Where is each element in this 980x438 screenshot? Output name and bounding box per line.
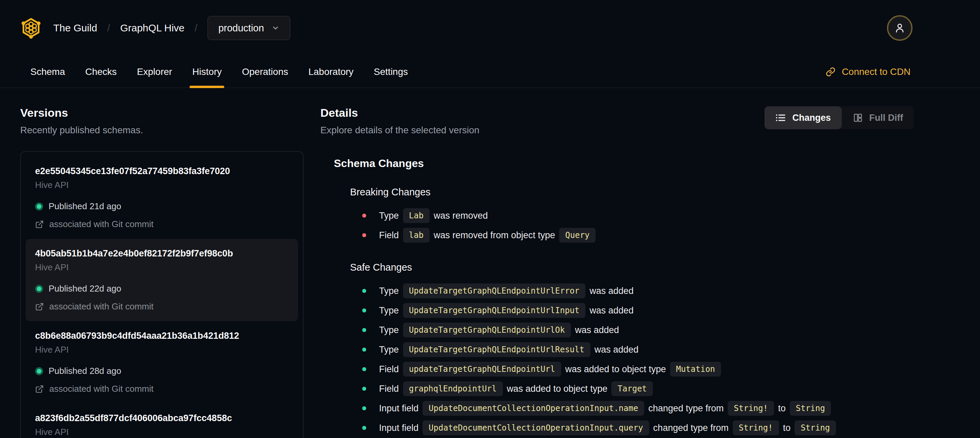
change-text-segment: was added xyxy=(595,344,639,355)
code-chip: Query xyxy=(559,228,595,243)
safe-changes-list: TypeUpdateTargetGraphQLEndpointUrlErrorw… xyxy=(362,281,914,438)
code-chip: UpdateTargetGraphQLEndpointUrlResult xyxy=(403,342,590,357)
code-chip: UpdateTargetGraphQLEndpointUrlError xyxy=(403,284,586,298)
code-chip: Target xyxy=(611,381,653,396)
change-bullet xyxy=(362,387,366,391)
git-commit-label: associated with Git commit xyxy=(49,384,153,394)
change-text-segment: was added to object type xyxy=(507,384,608,394)
versions-subtitle: Recently published schemas. xyxy=(20,125,304,135)
chevron-down-icon xyxy=(272,24,280,32)
code-chip: UpdateTargetGraphQLEndpointUrlOk xyxy=(403,323,571,338)
version-service: Hive API xyxy=(35,262,289,272)
tab-laboratory[interactable]: Laboratory xyxy=(308,56,353,88)
git-commit-link[interactable]: associated with Git commit xyxy=(35,384,289,394)
published-status-dot xyxy=(35,367,43,375)
version-hash: a823f6db2a55df877dcf406006abca97fcc4858c xyxy=(35,413,289,424)
target-selector[interactable]: production xyxy=(207,16,290,40)
change-item: TypeUpdateTargetGraphQLEndpointUrlInputw… xyxy=(362,301,914,320)
change-text-segment: Field xyxy=(379,384,399,394)
change-item: TypeLabwas removed xyxy=(362,206,914,225)
versions-panel: Versions Recently published schemas. e2e… xyxy=(20,106,304,438)
change-text: TypeUpdateTargetGraphQLEndpointUrlResult… xyxy=(379,342,638,357)
code-chip: String! xyxy=(733,420,779,435)
versions-title: Versions xyxy=(20,106,304,119)
published-label: Published 21d ago xyxy=(49,201,121,212)
code-chip: graphqlEndpointUrl xyxy=(403,381,503,396)
tab-explorer[interactable]: Explorer xyxy=(137,56,172,88)
git-commit-label: associated with Git commit xyxy=(49,301,153,312)
change-text-segment: was added to object type xyxy=(565,364,666,374)
breaking-changes-title: Breaking Changes xyxy=(350,186,914,198)
change-text-segment: Type xyxy=(379,210,399,221)
tab-checks[interactable]: Checks xyxy=(85,56,117,88)
git-commit-label: associated with Git commit xyxy=(49,219,153,229)
external-link-icon xyxy=(35,385,44,393)
breadcrumb-org[interactable]: The Guild xyxy=(53,22,97,34)
version-hash: e2e55045345ce13fe07f52a77459b83fa3fe7020 xyxy=(35,166,289,177)
external-link-icon xyxy=(35,303,44,311)
published-status-dot xyxy=(35,285,43,293)
details-subtitle: Explore details of the selected version xyxy=(320,125,480,135)
version-card[interactable]: 4b05ab51b1b4a7e2e4b0ef82172f2b9f7ef98c0b… xyxy=(25,239,298,321)
external-link-icon xyxy=(35,220,44,229)
change-bullet xyxy=(362,406,366,410)
code-chip: updateTargetGraphQLEndpointUrl xyxy=(403,362,561,377)
change-text: Input fieldUpdateDocumentCollectionOpera… xyxy=(379,401,835,416)
version-card[interactable]: a823f6db2a55df877dcf406006abca97fcc4858c… xyxy=(25,404,298,438)
change-text-segment: changed type from xyxy=(648,403,724,414)
git-commit-link[interactable]: associated with Git commit xyxy=(35,219,289,229)
tab-settings[interactable]: Settings xyxy=(374,56,408,88)
user-menu-button[interactable] xyxy=(887,15,913,41)
breaking-changes-group: Breaking Changes TypeLabwas removedField… xyxy=(350,186,914,245)
change-bullet xyxy=(362,426,366,430)
breadcrumb-project[interactable]: GraphQL Hive xyxy=(120,22,185,34)
change-text-segment: Type xyxy=(379,325,399,335)
change-text-segment: Input field xyxy=(379,403,418,414)
change-bullet xyxy=(362,308,366,312)
change-text: TypeUpdateTargetGraphQLEndpointUrlOkwas … xyxy=(379,323,619,338)
tab-history[interactable]: History xyxy=(192,56,221,88)
details-header: Details Explore details of the selected … xyxy=(320,106,914,135)
full-diff-view-button[interactable]: Full Diff xyxy=(842,106,914,129)
change-bullet xyxy=(362,367,366,371)
nav-tabs: Schema Checks Explorer History Operation… xyxy=(30,56,408,88)
target-selector-value: production xyxy=(218,22,264,34)
change-text-segment: changed type from xyxy=(653,423,729,433)
tab-schema[interactable]: Schema xyxy=(30,56,65,88)
change-item: FieldgraphqlEndpointUrlwas added to obje… xyxy=(362,379,914,398)
version-published: Published 28d ago xyxy=(35,366,289,376)
version-card[interactable]: c8b6e88a06793b9c4dfd54aaa21b36a1b421d812… xyxy=(25,321,298,404)
change-item: TypeUpdateTargetGraphQLEndpointUrlResult… xyxy=(362,340,914,359)
link-icon xyxy=(826,67,836,77)
tab-operations[interactable]: Operations xyxy=(242,56,288,88)
change-text-segment: Field xyxy=(379,364,399,374)
breaking-changes-list: TypeLabwas removedFieldlabwas removed fr… xyxy=(362,206,914,245)
version-card[interactable]: e2e55045345ce13fe07f52a77459b83fa3fe7020… xyxy=(25,156,298,239)
code-chip: String xyxy=(790,401,831,416)
change-text: FieldgraphqlEndpointUrlwas added to obje… xyxy=(379,381,657,396)
change-text: Fieldlabwas removed from object typeQuer… xyxy=(379,228,600,243)
change-text-segment: was added xyxy=(575,325,619,335)
version-hash: c8b6e88a06793b9c4dfd54aaa21b36a1b421d812 xyxy=(35,331,289,341)
safe-changes-group: Safe Changes TypeUpdateTargetGraphQLEndp… xyxy=(350,262,914,438)
connect-to-cdn-button[interactable]: Connect to CDN xyxy=(826,56,910,88)
details-panel: Details Explore details of the selected … xyxy=(320,106,914,438)
change-bullet xyxy=(362,328,366,332)
version-published: Published 21d ago xyxy=(35,201,289,212)
view-toggle-group: Changes Full Diff xyxy=(765,106,914,129)
git-commit-link[interactable]: associated with Git commit xyxy=(35,301,289,312)
code-chip: String xyxy=(794,420,836,435)
change-item: FieldupdateTargetGraphQLEndpointUrlwas a… xyxy=(362,359,914,379)
change-item: Fieldlabwas removed from object typeQuer… xyxy=(362,225,914,245)
published-label: Published 28d ago xyxy=(49,366,121,376)
hive-logo-icon[interactable] xyxy=(20,17,42,39)
changes-view-button[interactable]: Changes xyxy=(765,106,842,129)
version-service: Hive API xyxy=(35,427,289,437)
change-text: TypeUpdateTargetGraphQLEndpointUrlInputw… xyxy=(379,303,634,318)
user-icon xyxy=(894,22,906,34)
list-icon xyxy=(775,112,786,123)
change-text: TypeUpdateTargetGraphQLEndpointUrlErrorw… xyxy=(379,284,634,298)
breadcrumb-separator: / xyxy=(107,22,110,34)
version-service: Hive API xyxy=(35,180,289,190)
main-nav: Schema Checks Explorer History Operation… xyxy=(0,56,980,88)
